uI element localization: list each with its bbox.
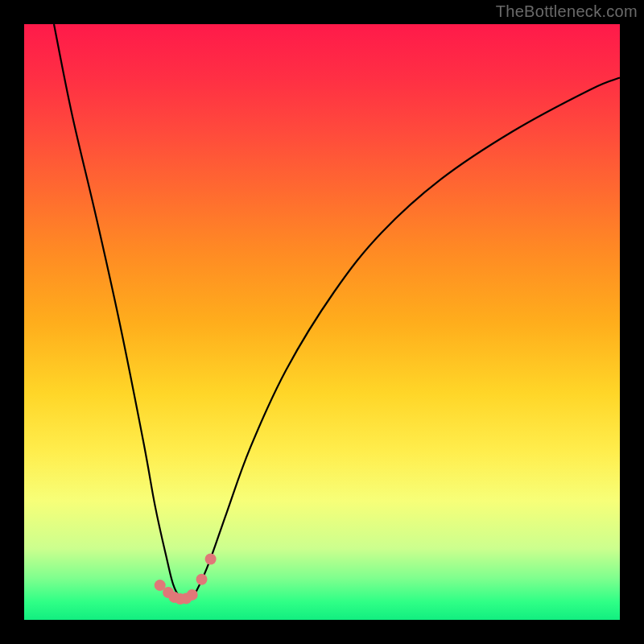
watermark-text: TheBottleneck.com [496, 2, 638, 21]
marker-dot [205, 554, 217, 565]
marker-dot [196, 574, 208, 585]
marker-dot [187, 589, 198, 601]
chart-frame: TheBottleneck.com [0, 0, 644, 644]
bottom-marker-group [155, 554, 217, 605]
bottleneck-curve [54, 24, 620, 599]
chart-svg [24, 24, 620, 620]
plot-area [24, 24, 620, 620]
